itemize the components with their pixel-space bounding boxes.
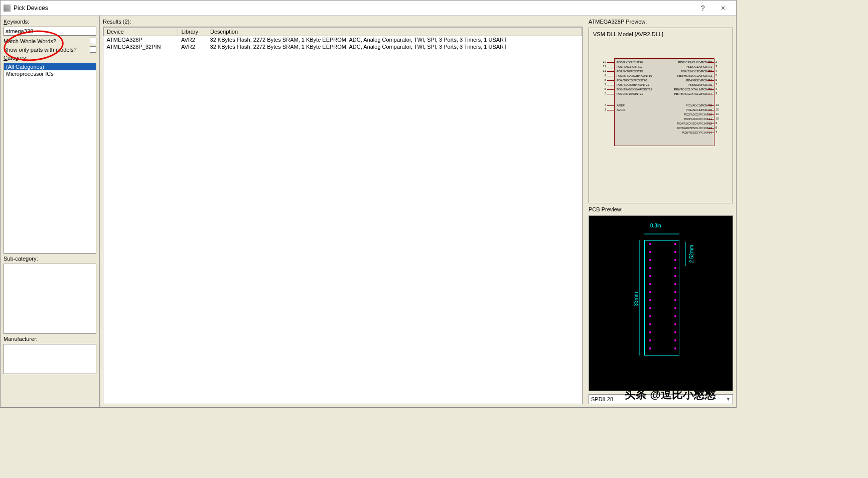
- show-models-label: Show only parts with models?: [4, 47, 77, 53]
- pcb-pad: [649, 267, 651, 269]
- pin-number: 7: [600, 103, 606, 106]
- vsm-model-label: VSM DLL Model [AVR2.DLL]: [593, 31, 663, 37]
- pin-line: [707, 119, 714, 120]
- pin-number: 3: [715, 92, 721, 95]
- pin-label: PC5/ADC5/SCL/PCINT13: [677, 127, 712, 130]
- pin-number: 13: [600, 60, 606, 63]
- table-row[interactable]: ATMEGA328PAVR232 KBytes Flash, 2272 Byte…: [104, 36, 582, 44]
- pcb-pad: [674, 299, 676, 301]
- column-header[interactable]: Library: [178, 28, 207, 36]
- pin-line: [607, 94, 614, 94]
- schematic-preview: VSM DLL Model [AVR2.DLL] PD0/RXD/PCINT16…: [589, 28, 733, 203]
- pin-label: PB0/ICP1/CLKO/PCINT0: [678, 61, 712, 64]
- keywords-label: Keywords:: [4, 19, 96, 25]
- pcb-pad: [649, 251, 651, 253]
- pin-line: [707, 67, 714, 67]
- match-whole-label: Match Whole Words?: [4, 38, 56, 44]
- pin-number: 9: [715, 122, 721, 125]
- watermark-text: 头条 @逗比小憨憨: [625, 387, 716, 402]
- pin-number: 12: [715, 108, 721, 111]
- pcb-pad: [674, 307, 676, 309]
- close-button[interactable]: ×: [713, 4, 733, 12]
- pin-number: 1: [600, 108, 606, 111]
- pin-number: 3: [715, 65, 721, 68]
- pcb-pad: [649, 331, 651, 333]
- pin-label: AREF: [617, 104, 625, 107]
- pin-label: PB6/TOSC1/XTAL1/PCINT6: [674, 88, 712, 91]
- pcb-pad: [674, 283, 676, 285]
- pin-number: 13: [715, 103, 721, 106]
- pin-number: 11: [600, 69, 606, 72]
- help-button[interactable]: ?: [693, 4, 713, 12]
- results-table[interactable]: DeviceLibraryDescription ATMEGA328PAVR23…: [103, 27, 583, 404]
- results-count-label: Results (2):: [103, 19, 583, 25]
- pin-line: [607, 110, 614, 110]
- pin-line: [707, 128, 714, 129]
- pin-label: PD2/INT0/PCINT18: [617, 70, 643, 73]
- cell: 32 KBytes Flash, 2272 Bytes SRAM, 1 KByt…: [207, 43, 582, 50]
- pcb-pad: [649, 347, 651, 349]
- pcb-pad: [649, 283, 651, 285]
- cell: ATMEGA328P: [104, 36, 178, 44]
- subcategory-list[interactable]: [4, 264, 96, 334]
- table-row[interactable]: ATMEGA328P_32PINAVR232 KBytes Flash, 227…: [104, 43, 582, 50]
- title-bar: Pick Devices ? ×: [1, 1, 736, 16]
- pin-line: [707, 62, 714, 63]
- preview-panel: ATMEGA328P Preview: VSM DLL Model [AVR2.…: [586, 16, 736, 407]
- manufacturer-label: Manufacturer:: [4, 336, 96, 342]
- pcb-pad: [649, 307, 651, 309]
- pin-number: 6: [600, 87, 606, 90]
- pin-line: [607, 85, 614, 85]
- pcb-pad: [649, 315, 651, 317]
- show-models-checkbox[interactable]: [90, 46, 96, 53]
- category-item[interactable]: Microprocessor ICs: [4, 70, 96, 77]
- match-whole-checkbox[interactable]: [90, 38, 96, 44]
- pin-line: [707, 124, 714, 124]
- show-models-row[interactable]: Show only parts with models?: [4, 46, 96, 53]
- cell: 32 KBytes Flash, 2272 Bytes SRAM, 1 KByt…: [207, 36, 582, 44]
- pcb-pad: [674, 259, 676, 261]
- column-header[interactable]: Description: [207, 28, 582, 36]
- pcb-pad: [674, 347, 676, 349]
- category-label: Category:: [4, 55, 96, 61]
- pin-line: [607, 71, 614, 72]
- pin-label: PD6/AIN0/OC0A/PCINT22: [617, 88, 652, 91]
- pin-line: [607, 76, 614, 76]
- pin-label: AVCC: [617, 108, 625, 111]
- pin-line: [607, 89, 614, 90]
- cell: ATMEGA328P_32PIN: [104, 43, 178, 50]
- pin-number: 8: [600, 78, 606, 81]
- pin-label: PD7/AIN1/PCINT23: [617, 92, 643, 95]
- pcb-pad: [649, 259, 651, 261]
- pin-line: [607, 67, 614, 67]
- pcb-pad: [674, 331, 676, 333]
- pin-line: [707, 133, 714, 133]
- pin-label: PB7/TOSC2/XTAL2/PCINT7: [674, 92, 712, 95]
- keywords-input[interactable]: [4, 27, 96, 36]
- pin-line: [707, 114, 714, 115]
- pin-label: PD5/T1/OC0B/PCINT21: [617, 83, 649, 86]
- dropdown-arrow-icon: ▼: [726, 397, 731, 402]
- manufacturer-list[interactable]: [4, 344, 96, 374]
- pin-number: 9: [600, 74, 606, 77]
- app-icon: [4, 5, 11, 12]
- match-whole-words-row[interactable]: Match Whole Words?: [4, 38, 96, 44]
- pin-number: 5: [715, 74, 721, 77]
- pcb-pad: [674, 275, 676, 277]
- pin-label: PD4/T0/XCK/PCINT20: [617, 79, 647, 82]
- subcategory-label: Sub-category:: [4, 256, 96, 262]
- pcb-pad: [674, 243, 676, 245]
- package-value: SPDIL28: [591, 396, 613, 402]
- pin-line: [607, 80, 614, 81]
- pcb-pad: [674, 339, 676, 341]
- pin-line: [607, 62, 614, 63]
- pin-number: 4: [715, 69, 721, 72]
- column-header[interactable]: Device: [104, 28, 178, 36]
- pin-label: PD0/RXD/PCINT16: [617, 61, 643, 64]
- pcb-pad: [674, 323, 676, 325]
- window-title: Pick Devices: [14, 5, 693, 12]
- category-list[interactable]: (All Categories)Microprocessor ICs: [4, 63, 96, 254]
- pin-number: 7: [715, 131, 721, 134]
- pin-number: 2: [715, 60, 721, 63]
- category-item[interactable]: (All Categories): [4, 63, 96, 70]
